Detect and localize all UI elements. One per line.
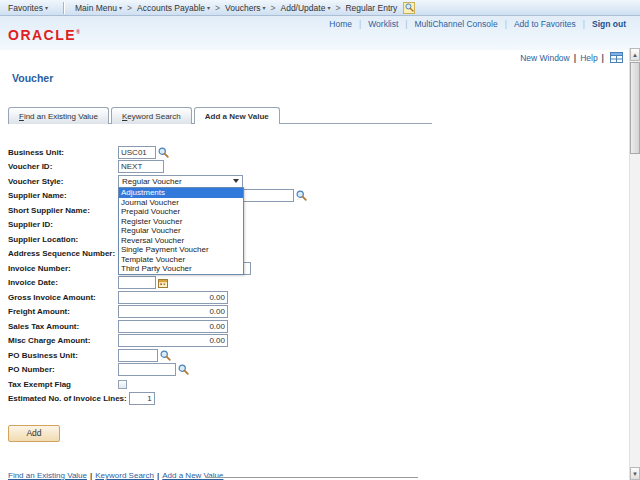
breadcrumb-item-accounts-payable[interactable]: Accounts Payable▾	[134, 3, 213, 13]
dropdown-arrow-icon	[233, 179, 239, 183]
form-row-freight-amount: Freight Amount:	[8, 305, 628, 320]
voucher-style-select[interactable]: Regular Voucher	[118, 175, 243, 188]
field-label-voucher-id: Voucher ID:	[8, 162, 118, 171]
header-link-divider: |	[359, 19, 361, 29]
dropdown-option-prepaid-voucher[interactable]: Prepaid Voucher	[119, 207, 243, 217]
help-link[interactable]: Help	[580, 53, 597, 63]
field-label-invoice-date: Invoice Date:	[8, 278, 118, 287]
tax-exempt-checkbox[interactable]	[118, 380, 127, 389]
personalize-page-icon[interactable]	[610, 52, 623, 63]
field-label-business-unit: Business Unit:	[8, 148, 118, 157]
calendar-icon[interactable]	[158, 278, 168, 288]
new-window-link[interactable]: New Window	[520, 53, 570, 63]
header-link-add-to-favorites[interactable]: Add to Favorites	[514, 19, 576, 29]
input-freight-amount[interactable]	[118, 305, 228, 318]
chevron-down-icon: ▾	[45, 5, 48, 11]
field-label-po-number: PO Number:	[8, 365, 118, 374]
tab-keyword-search[interactable]: Keyword Search	[111, 107, 192, 124]
breadcrumb-item-main-menu[interactable]: Main Menu▾	[72, 3, 125, 13]
breadcrumb-item-vouchers[interactable]: Vouchers▾	[222, 3, 268, 13]
scroll-up-arrow-icon[interactable]: ▲	[630, 48, 640, 61]
field-label-tax-exempt-flag: Tax Exempt Flag	[8, 380, 118, 389]
voucher-style-selected-value: Regular Voucher	[119, 177, 233, 186]
field-label-invoice-number: Invoice Number:	[8, 264, 118, 273]
breadcrumb-item-regular-entry[interactable]: Regular Entry	[342, 3, 400, 13]
field-label-sales-tax-amount: Sales Tax Amount:	[8, 322, 118, 331]
breadcrumb-separator-icon: >	[333, 3, 342, 13]
header-link-divider: |	[405, 19, 407, 29]
scroll-down-arrow-icon[interactable]: ▼	[630, 467, 640, 480]
form-row-po-business-unit: PO Business Unit:	[8, 348, 628, 363]
dropdown-option-journal-voucher[interactable]: Journal Voucher	[119, 198, 243, 208]
dropdown-option-reversal-voucher[interactable]: Reversal Voucher	[119, 236, 243, 246]
input-sales-tax-amount[interactable]	[118, 320, 228, 333]
field-label-voucher-style: Voucher Style:	[8, 177, 118, 186]
lookup-icon[interactable]	[158, 147, 169, 158]
form-row-misc-charge-amount: Misc Charge Amount:	[8, 334, 628, 349]
input-misc-charge-amount[interactable]	[118, 334, 228, 347]
footer-link-add-a-new-value[interactable]: Add a New Value	[162, 471, 223, 480]
form-row-voucher-id: Voucher ID:	[8, 160, 628, 175]
vertical-scrollbar: ▲ ▼	[629, 48, 640, 480]
footer-link-find-an-existing-value[interactable]: Find an Existing Value	[8, 471, 87, 480]
input-po-number[interactable]	[118, 363, 176, 376]
header-link-home[interactable]: Home	[329, 19, 352, 29]
input-po-business-unit[interactable]	[118, 349, 158, 362]
form-row-short-supplier-name: Short Supplier Name:	[8, 203, 628, 218]
pagebar: New Window | Help |	[520, 52, 623, 63]
add-button[interactable]: Add	[8, 425, 60, 442]
footer-link-divider: |	[157, 471, 159, 480]
input-estimated-no-of-invoice-lines[interactable]	[129, 392, 155, 405]
input-gross-invoice-amount[interactable]	[118, 291, 228, 304]
header-link-divider: |	[583, 19, 585, 29]
dropdown-option-regular-voucher[interactable]: Regular Voucher	[119, 226, 243, 236]
breadcrumb-separator-icon: >	[213, 3, 222, 13]
header-link-divider: |	[505, 19, 507, 29]
tab-find-an-existing-value[interactable]: Find an Existing Value	[8, 107, 109, 124]
field-label-supplier-name: Supplier Name:	[8, 191, 118, 200]
breadcrumb-item-add-update[interactable]: Add/Update▾	[278, 3, 334, 13]
footer-link-keyword-search[interactable]: Keyword Search	[95, 471, 154, 480]
tab-add-a-new-value[interactable]: Add a New Value	[194, 107, 280, 124]
page-title: Voucher	[12, 72, 53, 84]
input-business-unit[interactable]	[118, 146, 156, 159]
form-row-gross-invoice-amount: Gross Invoice Amount:	[8, 290, 628, 305]
field-label-misc-charge-amount: Misc Charge Amount:	[8, 336, 118, 345]
breadcrumb-separator-icon: >	[125, 3, 134, 13]
header-link-worklist[interactable]: Worklist	[368, 19, 398, 29]
field-label-gross-invoice-amount: Gross Invoice Amount:	[8, 293, 118, 302]
lookup-icon[interactable]	[178, 364, 189, 375]
input-voucher-id[interactable]	[118, 160, 164, 173]
field-label-supplier-id: Supplier ID:	[8, 220, 118, 229]
field-label-supplier-location: Supplier Location:	[8, 235, 118, 244]
form-row-invoice-number: Invoice Number:	[8, 261, 628, 276]
header-link-multichannel-console[interactable]: MultiChannel Console	[415, 19, 498, 29]
scrollbar-thumb[interactable]	[630, 62, 640, 154]
form-row-voucher-style: Voucher Style:Regular Voucher	[8, 174, 628, 189]
voucher-style-dropdown-list: AdjustmentsJournal VoucherPrepaid Vouche…	[118, 187, 244, 275]
pagebar-divider: |	[602, 53, 604, 63]
form-row-business-unit: Business Unit:	[8, 145, 628, 160]
form-row-po-number: PO Number:	[8, 363, 628, 378]
footer-link-divider: |	[90, 471, 92, 480]
voucher-form: Business Unit:Voucher ID:Voucher Style:R…	[8, 145, 628, 406]
form-row-estimated-no-of-invoice-lines: Estimated No. of Invoice Lines:	[8, 392, 628, 407]
tab-bar: Find an Existing ValueKeyword SearchAdd …	[8, 107, 280, 124]
breadcrumb-search-icon[interactable]	[403, 2, 415, 14]
chevron-down-icon: ▾	[119, 5, 122, 11]
form-row-supplier-id: Supplier ID:	[8, 218, 628, 233]
page-header: Home|Worklist|MultiChannel Console|Add t…	[0, 16, 640, 50]
chevron-down-icon: ▾	[207, 5, 210, 11]
input-invoice-date[interactable]	[118, 276, 156, 289]
dropdown-option-single-payment-voucher[interactable]: Single Payment Voucher	[119, 245, 243, 255]
dropdown-option-adjustments[interactable]: Adjustments	[119, 188, 243, 198]
dropdown-option-template-voucher[interactable]: Template Voucher	[119, 255, 243, 265]
lookup-icon[interactable]	[296, 190, 307, 201]
breadcrumb-separator-icon: >	[269, 3, 278, 13]
lookup-icon[interactable]	[160, 350, 171, 361]
header-link-sign-out[interactable]: Sign out	[592, 19, 626, 29]
dropdown-option-register-voucher[interactable]: Register Voucher	[119, 217, 243, 227]
header-utility-links: Home|Worklist|MultiChannel Console|Add t…	[329, 19, 626, 29]
menu-favorites[interactable]: Favorites▾	[0, 3, 56, 13]
dropdown-option-third-party-voucher[interactable]: Third Party Voucher	[119, 264, 243, 274]
